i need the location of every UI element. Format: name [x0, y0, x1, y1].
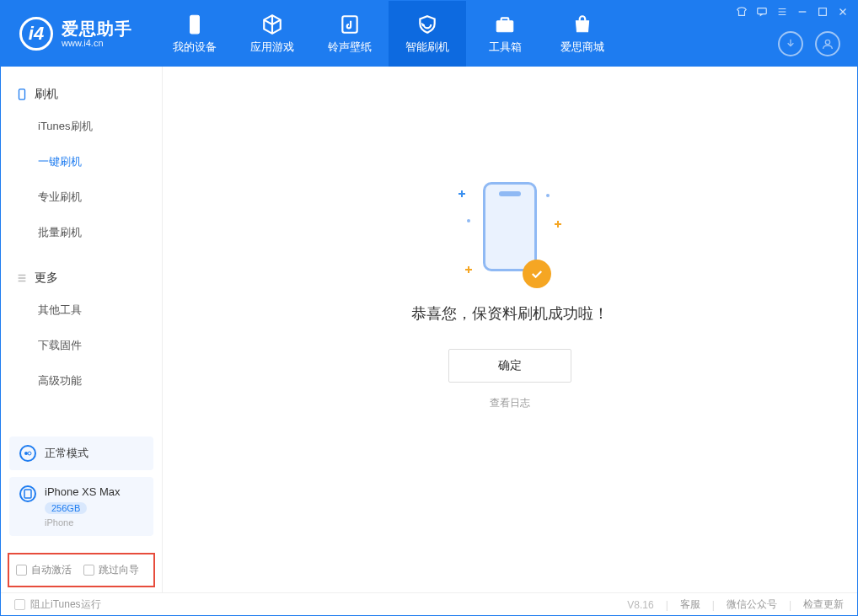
svg-point-8	[24, 452, 28, 455]
phone-outline-icon	[483, 182, 537, 271]
user-icon[interactable]	[815, 31, 840, 56]
separator: |	[789, 599, 791, 611]
sidebar-item-advanced[interactable]: 高级功能	[1, 363, 162, 399]
tab-my-device[interactable]: 我的设备	[156, 1, 233, 67]
svg-rect-10	[24, 490, 31, 498]
toolbox-icon	[494, 13, 516, 35]
dot-icon	[546, 194, 550, 197]
tab-ringtone-wallpaper[interactable]: 铃声壁纸	[311, 1, 389, 67]
mode-icon	[19, 445, 36, 462]
checkbox-icon[interactable]	[14, 599, 25, 610]
app-body: 刷机 iTunes刷机 一键刷机 专业刷机 批量刷机 更多 其他工具 下载固件 …	[1, 67, 857, 592]
sparkle-icon	[555, 221, 561, 228]
separator: |	[712, 599, 715, 611]
device-name: iPhone XS Max	[45, 485, 121, 498]
sidebar-item-itunes-flash[interactable]: iTunes刷机	[1, 109, 162, 144]
sidebar-head-more: 更多	[1, 264, 162, 292]
mode-label: 正常模式	[45, 446, 88, 461]
logo-icon: i4	[19, 17, 53, 51]
header-right-icons	[778, 31, 840, 56]
app-header: i4 爱思助手 www.i4.cn 我的设备 应用游戏 铃声壁纸 智能刷机 工具…	[1, 1, 857, 67]
tab-label: 应用游戏	[250, 40, 294, 55]
refresh-shield-icon	[416, 13, 438, 35]
sidebar-head-flash: 刷机	[1, 80, 162, 109]
version-label: V8.16	[627, 599, 653, 611]
tab-toolbox[interactable]: 工具箱	[466, 1, 544, 67]
device-type: iPhone	[45, 517, 121, 528]
svg-rect-5	[758, 8, 767, 14]
tab-label: 智能刷机	[405, 40, 449, 55]
device-storage-badge: 256GB	[45, 502, 87, 514]
checkbox-icon[interactable]	[16, 565, 27, 576]
sidebar-section-flash: 刷机 iTunes刷机 一键刷机 专业刷机 批量刷机	[1, 67, 162, 250]
checkbox-skip-guide[interactable]: 跳过向导	[83, 563, 139, 577]
dot-icon	[467, 219, 470, 222]
svg-rect-0	[190, 15, 200, 34]
sidebar-item-other-tools[interactable]: 其他工具	[1, 292, 162, 328]
skin-icon[interactable]	[736, 6, 748, 18]
svg-rect-3	[501, 18, 509, 21]
device-cards: 正常模式 iPhone XS Max 256GB iPhone	[1, 428, 162, 551]
sparkle-icon	[465, 266, 472, 273]
list-icon	[16, 272, 28, 284]
footer-right: V8.16 | 客服 | 微信公众号 | 检查更新	[627, 597, 844, 612]
svg-rect-6	[819, 8, 827, 16]
device-info: iPhone XS Max 256GB iPhone	[45, 485, 121, 528]
window-controls	[736, 6, 849, 18]
success-message: 恭喜您，保资料刷机成功啦！	[411, 303, 609, 324]
status-bar: 阻止iTunes运行 V8.16 | 客服 | 微信公众号 | 检查更新	[1, 592, 857, 616]
view-log-link[interactable]: 查看日志	[490, 396, 530, 410]
svg-point-4	[825, 40, 829, 44]
tab-label: 工具箱	[489, 40, 522, 55]
logo-text: 爱思助手 www.i4.cn	[62, 19, 132, 48]
wechat-link[interactable]: 微信公众号	[727, 597, 777, 612]
check-badge-icon	[523, 260, 551, 288]
sidebar-section-title: 更多	[35, 271, 58, 286]
checkbox-auto-activate[interactable]: 自动激活	[16, 563, 72, 577]
sidebar-section-more: 更多 其他工具 下载固件 高级功能	[1, 250, 162, 399]
ok-button[interactable]: 确定	[448, 349, 571, 383]
shopping-bag-icon	[571, 13, 593, 35]
feedback-icon[interactable]	[756, 6, 768, 18]
phone-icon	[184, 13, 206, 35]
tab-apps-games[interactable]: 应用游戏	[233, 1, 311, 67]
svg-point-9	[28, 452, 31, 455]
tab-label: 铃声壁纸	[328, 40, 372, 55]
tab-label: 爱思商城	[560, 40, 604, 55]
sidebar-item-oneclick-flash[interactable]: 一键刷机	[1, 144, 162, 179]
cube-icon	[261, 13, 283, 35]
checkbox-icon[interactable]	[83, 565, 94, 576]
sidebar-section-title: 刷机	[35, 87, 58, 102]
device-small-icon	[16, 88, 28, 100]
checkbox-label: 跳过向导	[99, 563, 139, 577]
checkbox-label: 自动激活	[31, 563, 72, 577]
tab-store[interactable]: 爱思商城	[544, 1, 621, 67]
minimize-icon[interactable]	[796, 6, 808, 18]
mode-card[interactable]: 正常模式	[9, 437, 153, 470]
sidebar-item-batch-flash[interactable]: 批量刷机	[1, 215, 162, 250]
app-subtitle: www.i4.cn	[62, 38, 132, 48]
separator: |	[666, 599, 668, 611]
device-card-icon	[19, 485, 36, 502]
sidebar-item-pro-flash[interactable]: 专业刷机	[1, 179, 162, 215]
close-icon[interactable]	[837, 6, 849, 18]
app-title: 爱思助手	[62, 19, 132, 38]
maximize-icon[interactable]	[817, 6, 829, 18]
sparkle-icon	[458, 190, 465, 197]
customer-service-link[interactable]: 客服	[680, 597, 700, 612]
download-icon[interactable]	[778, 31, 803, 56]
menu-icon[interactable]	[776, 6, 788, 18]
tab-smart-flash[interactable]: 智能刷机	[389, 1, 466, 67]
device-card[interactable]: iPhone XS Max 256GB iPhone	[9, 477, 153, 536]
block-itunes-label[interactable]: 阻止iTunes运行	[30, 597, 101, 612]
check-update-link[interactable]: 检查更新	[803, 597, 844, 612]
sidebar-item-download-firmware[interactable]: 下载固件	[1, 328, 162, 363]
music-note-icon	[339, 13, 361, 35]
tab-label: 我的设备	[173, 40, 217, 55]
highlighted-options-box: 自动激活 跳过向导	[8, 553, 155, 587]
logo-area: i4 爱思助手 www.i4.cn	[1, 1, 147, 67]
main-content: 恭喜您，保资料刷机成功啦！ 确定 查看日志	[163, 67, 857, 592]
sidebar: 刷机 iTunes刷机 一键刷机 专业刷机 批量刷机 更多 其他工具 下载固件 …	[1, 67, 163, 592]
svg-rect-7	[19, 89, 25, 99]
top-tabs: 我的设备 应用游戏 铃声壁纸 智能刷机 工具箱 爱思商城	[156, 1, 621, 67]
